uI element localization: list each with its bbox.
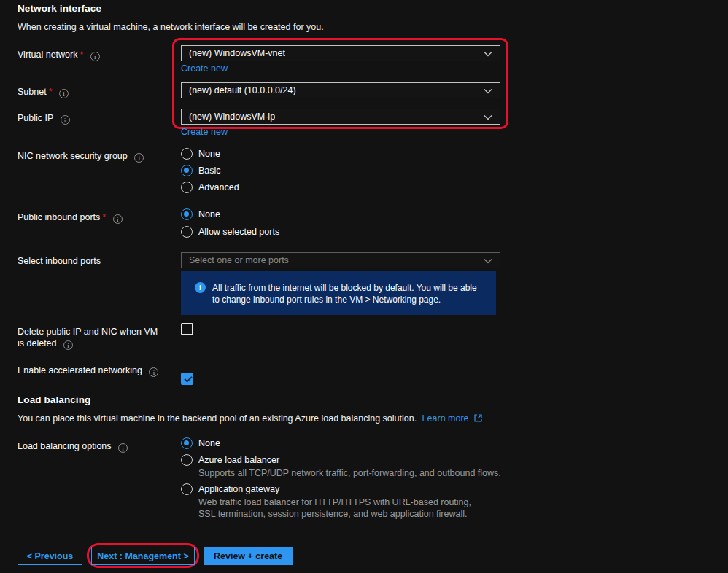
lb-radio-application-gateway[interactable]: Application gateway [181, 483, 279, 495]
radio-icon [181, 182, 193, 193]
azure-vm-create-networking-pane: Network interface When creating a virtua… [0, 0, 728, 573]
radio-selected-icon [181, 437, 193, 449]
virtual-network-dropdown[interactable]: (new) WindowsVM-vnet [181, 45, 500, 61]
info-icon[interactable]: i [118, 443, 128, 453]
info-icon[interactable]: i [59, 89, 69, 98]
public-ip-label: Public IP i [18, 112, 70, 125]
load-balancing-options-label: Load balancing options i [18, 440, 128, 453]
chevron-down-icon [484, 88, 492, 94]
nsg-option-label: Basic [198, 165, 221, 176]
virtual-network-label: Virtual network* i [18, 49, 100, 61]
previous-button[interactable]: < Previous [18, 547, 82, 565]
inbound-option-label: None [198, 209, 220, 219]
select-inbound-ports-dropdown: Select one or more ports [181, 252, 500, 268]
info-icon[interactable]: i [134, 153, 144, 163]
lb-option-label: Application gateway [198, 484, 279, 494]
required-asterisk: * [102, 212, 106, 222]
radio-icon [181, 454, 193, 466]
section-title-network-interface: Network interface [18, 3, 101, 14]
inbound-ports-radio-allow[interactable]: Allow selected ports [181, 226, 279, 238]
delete-ip-nic-label: Delete public IP and NIC when VM is dele… [18, 326, 162, 350]
info-icon[interactable]: i [149, 367, 158, 377]
lb-radio-none[interactable]: None [181, 437, 220, 449]
external-link-icon[interactable] [474, 414, 482, 422]
radio-icon [181, 483, 193, 495]
subnet-dropdown[interactable]: (new) default (10.0.0.0/24) [181, 82, 500, 98]
public-ip-create-new-link[interactable]: Create new [181, 127, 228, 137]
lb-radio-azure-load-balancer[interactable]: Azure load balancer [181, 454, 279, 466]
nsg-option-label: Advanced [198, 182, 239, 192]
info-icon[interactable]: i [61, 115, 70, 125]
review-create-button[interactable]: Review + create [204, 547, 293, 565]
radio-selected-icon [181, 165, 193, 176]
required-asterisk: * [80, 50, 83, 60]
section-description-load-balancing: You can place this virtual machine in th… [18, 413, 482, 424]
lb-option-label: Azure load balancer [198, 455, 279, 465]
virtual-network-value: (new) WindowsVM-vnet [189, 48, 285, 58]
inbound-ports-info-text: All traffic from the internet will be bl… [212, 282, 485, 315]
next-management-button[interactable]: Next : Management > [91, 547, 195, 565]
subnet-value: (new) default (10.0.0.0/24) [189, 85, 296, 96]
inbound-option-label: Allow selected ports [198, 227, 279, 237]
accelerated-networking-label: Enable accelerated networking i [18, 365, 158, 377]
info-filled-icon: i [195, 282, 206, 293]
learn-more-link[interactable]: Learn more [422, 413, 469, 424]
nic-nsg-label: NIC network security group i [18, 150, 144, 163]
virtual-network-create-new-link[interactable]: Create new [181, 63, 228, 74]
chevron-down-icon [484, 258, 492, 264]
radio-icon [181, 148, 193, 160]
select-inbound-ports-label: Select inbound ports [18, 255, 101, 267]
public-inbound-ports-label: Public inbound ports* i [18, 211, 123, 224]
info-icon[interactable]: i [63, 340, 73, 350]
nsg-radio-basic[interactable]: Basic [181, 165, 221, 176]
nsg-radio-advanced[interactable]: Advanced [181, 182, 239, 193]
required-asterisk: * [49, 87, 53, 97]
section-title-load-balancing: Load balancing [18, 394, 90, 405]
public-ip-dropdown[interactable]: (new) WindowsVM-ip [181, 109, 500, 125]
nsg-option-label: None [198, 149, 220, 159]
info-icon[interactable]: i [113, 214, 123, 224]
radio-icon [181, 226, 193, 238]
chevron-down-icon [484, 114, 492, 120]
info-icon[interactable]: i [90, 52, 100, 61]
public-ip-value: (new) WindowsVM-ip [189, 112, 275, 122]
delete-ip-nic-checkbox[interactable] [181, 323, 193, 335]
lb-option-description: Web traffic load balancer for HTTP/HTTPS… [198, 497, 484, 520]
lb-option-label: None [198, 438, 220, 448]
nsg-radio-none[interactable]: None [181, 148, 220, 160]
chevron-down-icon [484, 51, 492, 57]
lb-option-description: Supports all TCP/UDP network traffic, po… [198, 468, 512, 480]
accelerated-networking-checkbox[interactable] [181, 373, 193, 385]
inbound-ports-radio-none[interactable]: None [181, 208, 220, 220]
section-description-network-interface: When creating a virtual machine, a netwo… [18, 22, 324, 32]
select-inbound-ports-placeholder: Select one or more ports [189, 255, 289, 265]
radio-selected-icon [181, 208, 193, 220]
inbound-ports-info-box: i All traffic from the internet will be … [181, 271, 496, 315]
subnet-label: Subnet* i [18, 86, 69, 98]
